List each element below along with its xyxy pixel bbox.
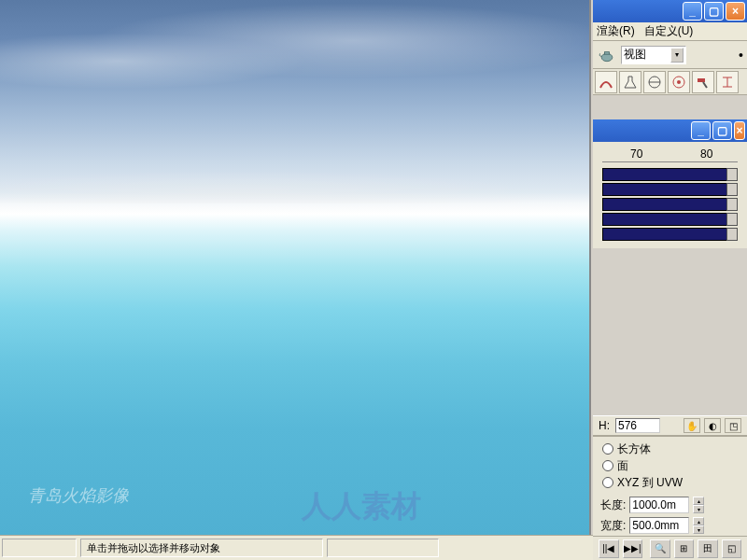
width-up[interactable]: ▴ [693, 517, 704, 525]
right-panel-area: _ ▢ × 渲染(R) 自定义(U) 视图 ▾ • _ ▢ × 70 80 [593, 0, 747, 560]
arc-tool-icon[interactable] [595, 71, 617, 93]
zoom-region-icon[interactable]: ⊞ [674, 539, 695, 558]
pan-icon[interactable]: ✋ [684, 418, 700, 433]
slider-thumb-5[interactable] [726, 228, 738, 241]
sub-maximize-button[interactable]: ▢ [712, 121, 732, 140]
timeline-panel: 70 80 [593, 142, 747, 248]
radio-box-label: 长方体 [617, 441, 651, 457]
coord-row: H: ✋ ◐ ◳ [593, 415, 747, 436]
toolbar-dot-icon: • [739, 48, 743, 63]
flask-tool-icon[interactable] [619, 71, 641, 93]
subwindow-titlebar: _ ▢ × [593, 119, 747, 142]
length-label: 长度: [600, 497, 626, 513]
width-label: 宽度: [600, 518, 626, 534]
width-input[interactable]: 500.0mm [629, 517, 689, 534]
length-up[interactable]: ▴ [693, 497, 704, 505]
view-dropdown[interactable]: 视图 ▾ [621, 46, 686, 64]
status-cell-1 [2, 539, 77, 557]
render-toolbar: 视图 ▾ • [593, 41, 747, 69]
watermark-text: 青岛火焰影像 [28, 484, 129, 507]
slider-thumb-4[interactable] [726, 213, 738, 226]
zoom-all-icon[interactable]: 田 [698, 539, 718, 558]
hammer-tool-icon[interactable] [692, 71, 714, 93]
length-row: 长度: 1000.0m ▴ ▾ [593, 495, 747, 515]
target-tool-icon[interactable] [668, 71, 690, 93]
radio-box-row[interactable]: 长方体 [602, 441, 738, 457]
bottom-params-panel: H: ✋ ◐ ◳ 长方体 面 XYZ 到 UVW 长度: 1000.0m ▴ ▾… [593, 415, 747, 560]
corner-icon[interactable]: ◳ [725, 418, 741, 433]
orbit-icon[interactable]: ◐ [704, 418, 721, 433]
h-label: H: [599, 419, 610, 432]
radio-xyz-dot [602, 477, 613, 488]
slider-2[interactable] [602, 183, 738, 196]
slider-3[interactable] [602, 198, 738, 211]
sub-close-button[interactable]: × [734, 121, 745, 140]
slider-thumb-3[interactable] [726, 198, 738, 211]
radio-face-dot [602, 460, 613, 471]
radio-xyz-label: XYZ 到 UVW [617, 475, 683, 491]
playback-row: ||◀ ▶▶| 🔍 ⊞ 田 ◱ [593, 536, 747, 560]
slider-stack [602, 162, 738, 246]
render-viewport: 青岛火焰影像 人人素材 [0, 0, 591, 535]
timeline-ruler[interactable]: 70 80 [602, 146, 738, 162]
svg-line-7 [703, 82, 707, 88]
teapot-icon [597, 46, 617, 64]
h-input[interactable] [615, 418, 660, 433]
status-hint: 单击并拖动以选择并移动对象 [80, 539, 323, 557]
close-button[interactable]: × [726, 2, 745, 21]
tool-icon-row [593, 69, 747, 95]
main-window-titlebar: _ ▢ × [593, 0, 747, 22]
sub-minimize-button[interactable]: _ [691, 121, 711, 140]
slider-thumb-1[interactable] [726, 168, 738, 181]
ruler-tick-80: 80 [700, 147, 712, 161]
width-row: 宽度: 500.0mm ▴ ▾ [593, 515, 747, 536]
width-down[interactable]: ▾ [693, 525, 704, 534]
menu-render[interactable]: 渲染(R) [597, 23, 635, 39]
minimize-button[interactable]: _ [683, 2, 702, 21]
view-dropdown-label: 视图 [624, 47, 646, 63]
radio-face-label: 面 [617, 458, 628, 474]
radio-xyz-row[interactable]: XYZ 到 UVW [602, 474, 738, 491]
svg-point-5 [677, 80, 681, 84]
slider-thumb-2[interactable] [726, 183, 738, 196]
zoom-extents-icon[interactable]: 🔍 [650, 539, 670, 558]
menu-custom[interactable]: 自定义(U) [644, 23, 694, 39]
menu-bar: 渲染(R) 自定义(U) [593, 22, 747, 41]
watermark-logo: 人人素材 [302, 486, 421, 527]
width-spinner: ▴ ▾ [693, 517, 704, 534]
status-bar: 单击并拖动以选择并移动对象 [0, 535, 593, 560]
maximize-viewport-icon[interactable]: ◱ [722, 539, 742, 558]
status-cell-3 [327, 539, 439, 557]
svg-rect-1 [605, 51, 610, 54]
dropdown-arrow-icon: ▾ [670, 48, 684, 63]
mapping-radio-group: 长方体 面 XYZ 到 UVW [593, 436, 747, 495]
circle-tool-icon[interactable] [643, 71, 666, 93]
maximize-button[interactable]: ▢ [704, 2, 724, 21]
radio-face-row[interactable]: 面 [602, 457, 738, 474]
next-frame-button[interactable]: ▶▶| [623, 539, 643, 558]
ruler-tick-70: 70 [630, 147, 642, 161]
sky-clouds [0, 0, 589, 203]
svg-rect-6 [698, 78, 705, 82]
prev-frame-button[interactable]: ||◀ [599, 539, 619, 558]
slider-1[interactable] [602, 168, 738, 181]
slider-4[interactable] [602, 213, 738, 226]
scale-tool-icon[interactable] [716, 71, 739, 93]
length-down[interactable]: ▾ [693, 505, 704, 513]
length-spinner: ▴ ▾ [693, 497, 704, 513]
radio-box-dot [602, 443, 613, 455]
length-input[interactable]: 1000.0m [629, 497, 689, 513]
slider-5[interactable] [602, 228, 738, 241]
